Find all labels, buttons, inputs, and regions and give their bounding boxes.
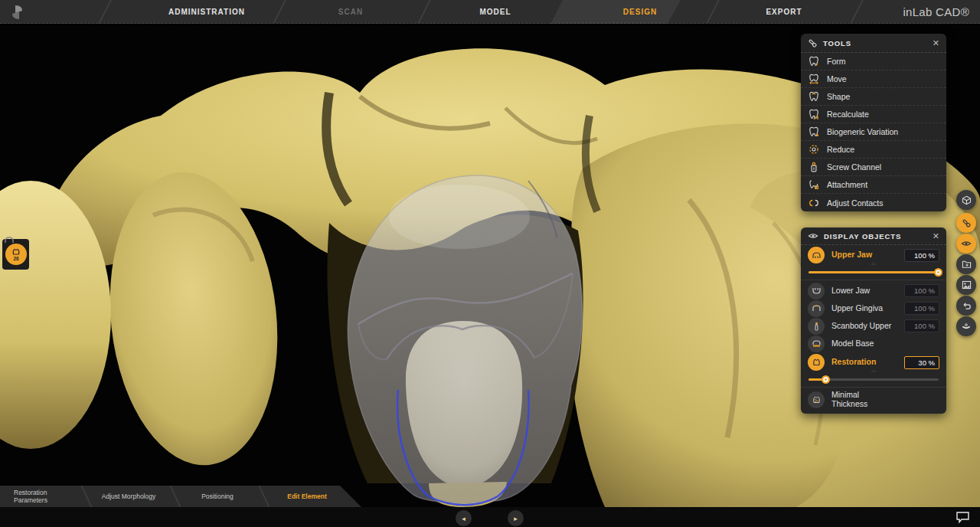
tool-item-label: Shape [827, 92, 850, 101]
reduce-icon [808, 144, 819, 155]
arrow-left-icon: ◂ [462, 515, 466, 522]
upper-gingiva-opacity-value[interactable]: 100 % [904, 302, 939, 315]
undo-arrow-icon [962, 301, 972, 311]
divider [801, 387, 946, 388]
tool-item-adjust-contacts[interactable]: Adjust Contacts [801, 194, 946, 211]
tool-item-form[interactable]: Form [801, 53, 946, 70]
display-item-label: Lower Jaw [831, 286, 904, 296]
app-logo [8, 3, 26, 21]
restoration-icon [808, 354, 825, 371]
inlab-cad-app: ADMINISTRATION SCAN MODEL DESIGN EXPORT … [0, 0, 980, 527]
lower-jaw-opacity-value[interactable]: 100 % [904, 284, 939, 297]
snapshot-button[interactable] [956, 275, 976, 295]
move-tooth-icon [808, 74, 819, 84]
tool-item-label: Reduce [827, 145, 854, 154]
display-objects-toggle[interactable] [956, 234, 976, 254]
arrow-right-icon: ▸ [514, 515, 518, 522]
minimal-thickness-icon [808, 391, 825, 408]
tab-model[interactable]: MODEL [423, 0, 567, 24]
display-item-label: Restoration [831, 358, 904, 367]
brand-title: inLab CAD® [903, 0, 969, 24]
display-item-model-base[interactable]: Model Base [801, 335, 946, 352]
folder-icon [962, 260, 972, 269]
tab-design[interactable]: DESIGN [568, 0, 712, 24]
display-item-label: Minimal Thickness [831, 391, 871, 408]
tools-panel-header: TOOLS ✕ [801, 34, 946, 53]
tool-item-attachment[interactable]: Attachment [801, 176, 946, 194]
biogeneric-variation-icon [808, 126, 819, 137]
tools-panel: TOOLS ✕ Form Move Shape [801, 34, 946, 211]
top-phase-bar: ADMINISTRATION SCAN MODEL DESIGN EXPORT … [0, 0, 980, 24]
tool-item-screw-channel[interactable]: Screw Channel [801, 159, 946, 176]
tools-icon [808, 38, 818, 48]
tab-export[interactable]: EXPORT [712, 0, 856, 24]
scanbody-upper-opacity-value[interactable]: 100 % [904, 319, 939, 332]
upper-jaw-opacity-slider[interactable] [801, 265, 946, 278]
shape-tooth-icon [808, 91, 819, 102]
eye-icon [961, 240, 972, 247]
bottom-bar: ◂ ▸ [0, 507, 980, 527]
slider-handle[interactable] [934, 268, 942, 277]
image-icon [962, 280, 972, 290]
adjust-contacts-icon [808, 198, 819, 208]
tooth-number-button[interactable]: 26 [5, 244, 27, 265]
step-adjust-morphology[interactable]: Adjust Morphology [101, 486, 156, 507]
tool-item-label: Biogeneric Variation [827, 127, 898, 136]
previous-step-button[interactable]: ◂ [456, 510, 472, 526]
restoration-opacity-value[interactable]: 30 % [904, 356, 939, 369]
design-step-bar: Restoration Parameters Adjust Morphology… [0, 486, 361, 507]
case-details-button[interactable] [956, 254, 976, 274]
view-cube-icon [962, 195, 972, 205]
nav-separator [98, 0, 112, 24]
tool-item-label: Form [827, 57, 846, 66]
tools-panel-toggle[interactable] [956, 213, 976, 233]
tool-item-shape[interactable]: Shape [801, 88, 946, 106]
attachment-icon [808, 179, 819, 190]
slider-caret [871, 262, 877, 265]
upper-jaw-icon [808, 247, 825, 264]
upper-jaw-opacity-value[interactable]: 100 % [904, 249, 939, 262]
step-separator [258, 486, 270, 507]
step-separator [80, 486, 92, 507]
hand-tool-button[interactable] [956, 316, 976, 336]
slider-handle[interactable] [822, 375, 830, 384]
tool-item-label: Move [827, 74, 847, 83]
step-edit-element[interactable]: Edit Element [277, 486, 337, 507]
display-item-label: Upper Jaw [831, 250, 904, 260]
recalculate-icon [808, 109, 819, 119]
tab-administration[interactable]: ADMINISTRATION [135, 0, 279, 24]
tool-item-label: Screw Channel [827, 162, 881, 172]
divider [801, 280, 946, 280]
undo-button[interactable] [956, 296, 976, 316]
tool-item-reduce[interactable]: Reduce [801, 141, 946, 159]
arch-icon [4, 236, 15, 244]
feedback-bubble-icon[interactable] [956, 511, 971, 524]
display-item-label: Upper Gingiva [831, 304, 904, 313]
crown-icon [11, 247, 21, 257]
hand-icon [961, 322, 972, 331]
tool-item-label: Recalculate [827, 110, 869, 119]
step-separator [169, 486, 181, 507]
close-icon[interactable]: ✕ [933, 39, 939, 47]
step-restoration-parameters[interactable]: Restoration Parameters [14, 486, 72, 507]
tab-scan[interactable]: SCAN [279, 0, 423, 24]
display-item-label: Model Base [831, 339, 939, 349]
display-item-scanbody-upper[interactable]: Scanbody Upper 100 % [801, 317, 946, 335]
display-objects-header: DISPLAY OBJECTS ✕ [801, 227, 946, 245]
tool-item-move[interactable]: Move [801, 70, 946, 88]
restoration-opacity-slider[interactable] [801, 372, 946, 385]
display-item-minimal-thickness[interactable]: Minimal Thickness [801, 389, 946, 411]
tool-item-biogeneric-variation[interactable]: Biogeneric Variation [801, 123, 946, 141]
upper-gingiva-icon [808, 300, 825, 317]
display-item-lower-jaw[interactable]: Lower Jaw 100 % [801, 282, 946, 300]
view-cube-button[interactable] [956, 190, 976, 210]
close-icon[interactable]: ✕ [933, 232, 939, 241]
slider-caret [871, 369, 877, 372]
display-item-upper-gingiva[interactable]: Upper Gingiva 100 % [801, 300, 946, 317]
tool-item-recalculate[interactable]: Recalculate [801, 106, 946, 123]
display-objects-title: DISPLAY OBJECTS [824, 232, 933, 241]
step-positioning[interactable]: Positioning [190, 486, 245, 507]
form-tooth-icon [808, 56, 819, 67]
tool-item-label: Attachment [827, 180, 867, 189]
next-step-button[interactable]: ▸ [508, 510, 524, 526]
